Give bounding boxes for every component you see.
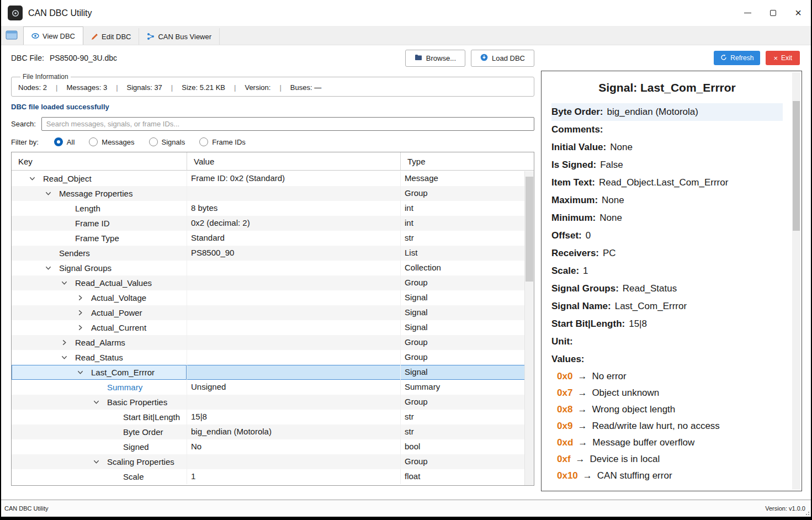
tree-row[interactable]: Length8 bytesint xyxy=(12,201,534,216)
network-icon xyxy=(147,33,155,40)
pencil-icon xyxy=(91,33,98,40)
tree-row[interactable]: Actual_VoltageSignal xyxy=(12,290,534,305)
document-icon[interactable] xyxy=(6,30,19,41)
tree-value-cell xyxy=(187,290,401,305)
column-header-type[interactable]: Type xyxy=(401,152,534,170)
enum-hex-value: 0x10 xyxy=(557,470,578,481)
detail-property: Is Signed:False xyxy=(551,156,783,174)
tree-row[interactable]: Actual_PowerSignal xyxy=(12,305,534,320)
chevron-down-icon[interactable] xyxy=(75,369,91,375)
filter-radio-frame-ids[interactable]: Frame IDs xyxy=(199,137,246,146)
refresh-button[interactable]: Refresh xyxy=(714,51,760,65)
chevron-right-icon[interactable] xyxy=(59,339,75,346)
chevron-down-icon[interactable] xyxy=(91,459,107,465)
resize-grip[interactable] xyxy=(803,509,810,516)
tree-row[interactable]: SignedNobool xyxy=(12,439,534,454)
tree-row[interactable]: Read_AlarmsGroup xyxy=(12,335,534,350)
tree-row[interactable]: Frame TypeStandardstr xyxy=(12,231,534,246)
tree-row[interactable]: Actual_CurrentSignal xyxy=(12,320,534,335)
tree-scrollbar-thumb[interactable] xyxy=(526,177,533,282)
tree-key-cell: Read_Alarms xyxy=(12,335,187,350)
tree-row[interactable]: Basic PropertiesGroup xyxy=(12,395,534,410)
chevron-right-icon[interactable] xyxy=(75,325,91,331)
chevron-down-icon[interactable] xyxy=(59,354,75,360)
filter-by-label: Filter by: xyxy=(11,138,39,146)
tree-row[interactable]: Signal GroupsCollection xyxy=(12,261,534,275)
chevron-down-icon[interactable] xyxy=(91,399,107,405)
tree-row[interactable]: SummaryUnsignedSummary xyxy=(12,380,534,395)
tree-value-cell: 1 xyxy=(187,469,401,484)
enum-description: No error xyxy=(592,371,626,381)
detail-property-label: Comments: xyxy=(551,124,603,135)
radio-icon[interactable] xyxy=(54,137,63,146)
detail-property-value: Read_Object.Last_Com_Errror xyxy=(599,177,728,188)
detail-property: Start Bit|Length:15|8 xyxy=(551,315,783,333)
tree-value-cell xyxy=(187,335,401,350)
tree-row[interactable]: Scale1float xyxy=(12,469,534,484)
browse-button[interactable]: Browse... xyxy=(405,50,465,67)
separator: | xyxy=(171,83,173,92)
tree-type-cell: str xyxy=(401,231,534,246)
tree-row[interactable]: Scaling PropertiesGroup xyxy=(12,454,534,469)
column-header-key[interactable]: Key xyxy=(12,152,187,170)
filter-radio-signals[interactable]: Signals xyxy=(149,137,185,146)
tree-scrollbar[interactable] xyxy=(524,171,534,485)
tab-view-dbc[interactable]: View DBC xyxy=(23,26,83,45)
enum-value-row: 0xd→Message buffer overflow xyxy=(551,434,783,451)
radio-icon[interactable] xyxy=(89,137,98,146)
tree-row[interactable]: Last_Com_ErrrorSignal xyxy=(12,365,534,380)
exit-button[interactable]: × Exit xyxy=(766,51,800,65)
minimize-button[interactable] xyxy=(735,0,760,26)
tree-value-cell: No xyxy=(187,439,401,454)
folder-icon xyxy=(415,54,422,62)
separator: | xyxy=(116,83,118,92)
detail-panel-title: Signal: Last_Com_Errror xyxy=(551,81,783,94)
detail-scrollbar-thumb[interactable] xyxy=(793,101,800,231)
tree-row[interactable]: Read_ObjectFrame ID: 0x2 (Standard)Messa… xyxy=(12,171,534,186)
search-input[interactable] xyxy=(41,117,534,131)
chevron-right-icon[interactable] xyxy=(75,295,91,301)
column-header-value[interactable]: Value xyxy=(187,152,401,170)
tree-key-label: Summary xyxy=(107,380,142,395)
tab-can-bus-viewer[interactable]: CAN Bus Viewer xyxy=(139,28,220,45)
detail-property: Comments: xyxy=(551,121,783,139)
chevron-down-icon[interactable] xyxy=(43,265,59,271)
enum-description: Message buffer overflow xyxy=(592,437,694,448)
radio-icon[interactable] xyxy=(199,137,208,146)
detail-property-label: Signal Groups: xyxy=(551,283,619,294)
tree-row[interactable]: Byte Orderbig_endian (Motorola)str xyxy=(12,425,534,439)
detail-property-value: 0 xyxy=(586,230,591,241)
chevron-down-icon[interactable] xyxy=(59,280,75,286)
radio-icon[interactable] xyxy=(149,137,158,146)
close-button[interactable]: × xyxy=(786,0,811,26)
tree-value-cell: 15|8 xyxy=(187,410,401,425)
dbc-tree-table: Key Value Type Read_ObjectFrame ID: 0x2 … xyxy=(11,152,534,486)
tree-value-cell xyxy=(187,261,401,275)
tree-type-cell: Group xyxy=(401,186,534,201)
tab-edit-dbc[interactable]: Edit DBC xyxy=(83,28,139,45)
maximize-button[interactable] xyxy=(760,0,786,26)
tree-row[interactable]: Read_Actual_ValuesGroup xyxy=(12,275,534,290)
statusbar-app-name: CAN DBC Utility xyxy=(4,505,48,512)
tree-row[interactable]: Start Bit|Length15|8str xyxy=(12,410,534,425)
tree-row[interactable]: Frame ID0x2 (decimal: 2)int xyxy=(12,216,534,231)
detail-scrollbar[interactable] xyxy=(792,72,800,490)
detail-property: Minimum:None xyxy=(551,209,783,227)
tree-value-cell xyxy=(187,365,401,380)
tree-row[interactable]: SendersPS8500_90List xyxy=(12,246,534,261)
chevron-down-icon[interactable] xyxy=(27,176,43,182)
tree-body: Read_ObjectFrame ID: 0x2 (Standard)Messa… xyxy=(12,171,534,485)
chevron-down-icon[interactable] xyxy=(43,190,59,197)
tree-type-cell: Signal xyxy=(401,365,534,380)
filter-radio-label: Messages xyxy=(102,138,134,146)
filter-radio-all[interactable]: All xyxy=(54,137,75,146)
filter-row: Filter by: AllMessagesSignalsFrame IDs xyxy=(11,137,534,146)
arrow-icon: → xyxy=(576,454,585,464)
load-dbc-button[interactable]: Load DBC xyxy=(471,50,534,67)
tree-key-cell: Actual_Voltage xyxy=(12,290,187,305)
chevron-right-icon[interactable] xyxy=(75,310,91,316)
tree-row[interactable]: Read_StatusGroup xyxy=(12,350,534,365)
enum-description: Object unknown xyxy=(592,388,659,398)
filter-radio-messages[interactable]: Messages xyxy=(89,137,134,146)
tree-row[interactable]: Message PropertiesGroup xyxy=(12,186,534,201)
